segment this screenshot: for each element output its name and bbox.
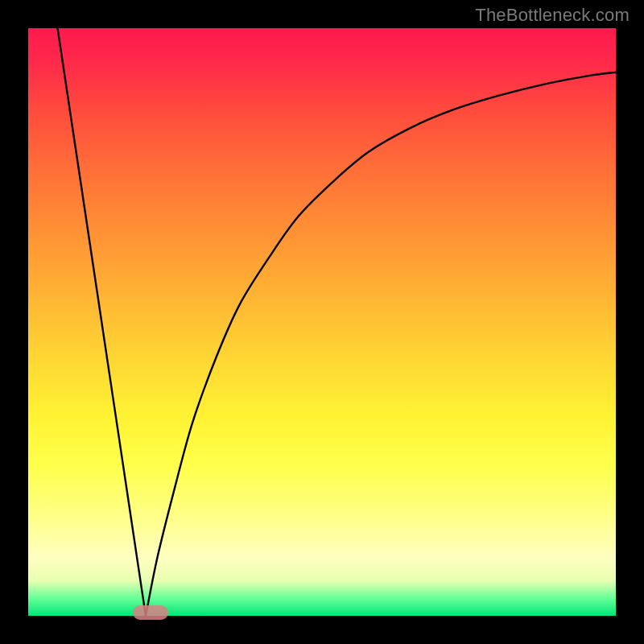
curve-left-branch xyxy=(58,28,147,616)
plot-area xyxy=(28,28,616,616)
curve-layer xyxy=(28,28,616,616)
chart-frame: TheBottleneck.com xyxy=(0,0,644,644)
watermark-text: TheBottleneck.com xyxy=(475,5,630,26)
minimum-marker xyxy=(133,605,168,620)
curve-right-branch xyxy=(146,72,616,616)
